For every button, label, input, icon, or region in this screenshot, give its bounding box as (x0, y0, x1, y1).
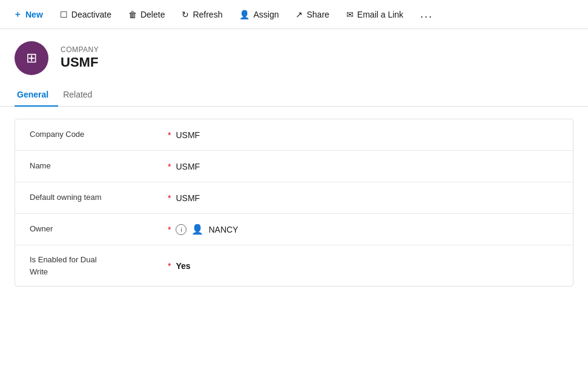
required-star-dual-write: * (168, 261, 171, 271)
field-label-dual-write: Is Enabled for DualWrite (30, 254, 163, 277)
required-star-owner: * (168, 225, 171, 234)
form-row-company-code: Company Code * USMF (15, 119, 573, 151)
field-value-dual-write[interactable]: Yes (176, 261, 190, 271)
more-button[interactable]: ... (412, 0, 441, 28)
email-label: Email a Link (357, 10, 403, 19)
form-row-owning-team: Default owning team * USMF (15, 182, 573, 214)
assign-icon: 👤 (239, 10, 249, 19)
deactivate-icon: ☐ (60, 10, 68, 19)
record-title-block: COMPANY USMF (61, 45, 99, 71)
field-value-owning-team[interactable]: USMF (176, 193, 200, 203)
toolbar: ＋ New ☐ Deactivate 🗑 Delete ↻ Refresh 👤 … (0, 0, 588, 29)
delete-button[interactable]: 🗑 Delete (120, 0, 173, 28)
field-label-name: Name (30, 161, 163, 171)
record-header: ⊞ COMPANY USMF (0, 29, 588, 85)
field-value-owner[interactable]: i 👤 NANCY (176, 224, 238, 235)
field-value-company-code[interactable]: USMF (176, 130, 200, 140)
form-row-owner: Owner * i 👤 NANCY (15, 214, 573, 245)
share-label: Share (306, 10, 329, 19)
refresh-label: Refresh (193, 10, 222, 19)
email-button[interactable]: ✉ Email a Link (338, 0, 412, 28)
field-value-name[interactable]: USMF (176, 162, 200, 171)
tab-related[interactable]: Related (61, 85, 102, 107)
avatar: ⊞ (15, 41, 48, 75)
field-label-owning-team: Default owning team (30, 192, 163, 203)
assign-button[interactable]: 👤 Assign (231, 0, 287, 28)
deactivate-label: Deactivate (71, 10, 111, 19)
field-label-company-code: Company Code (30, 129, 163, 140)
form-row-dual-write: Is Enabled for DualWrite * Yes (15, 245, 573, 286)
share-button[interactable]: ↗ Share (287, 0, 337, 28)
refresh-button[interactable]: ↻ Refresh (173, 0, 231, 28)
required-star-owning-team: * (168, 193, 171, 203)
new-label: New (25, 10, 43, 19)
share-icon: ↗ (296, 10, 303, 19)
new-button[interactable]: ＋ New (5, 0, 51, 28)
record-name: USMF (61, 54, 99, 71)
more-icon: ... (420, 8, 433, 21)
required-star-name: * (168, 162, 171, 171)
form-section: Company Code * USMF Name * USMF Default … (15, 119, 573, 287)
assign-label: Assign (253, 10, 279, 19)
field-label-owner: Owner (30, 224, 163, 234)
avatar-icon: ⊞ (26, 50, 37, 66)
email-icon: ✉ (346, 10, 354, 19)
tabs: General Related (0, 85, 588, 107)
tab-general[interactable]: General (15, 85, 58, 107)
delete-label: Delete (140, 10, 165, 19)
delete-icon: 🗑 (128, 10, 137, 19)
owner-person-icon: 👤 (191, 224, 203, 235)
new-icon: ＋ (13, 9, 22, 20)
owner-info-icon: i (176, 224, 187, 235)
record-type: COMPANY (61, 45, 99, 54)
required-star-company-code: * (168, 130, 171, 140)
deactivate-button[interactable]: ☐ Deactivate (51, 0, 120, 28)
form-row-name: Name * USMF (15, 151, 573, 182)
refresh-icon: ↻ (182, 10, 189, 19)
